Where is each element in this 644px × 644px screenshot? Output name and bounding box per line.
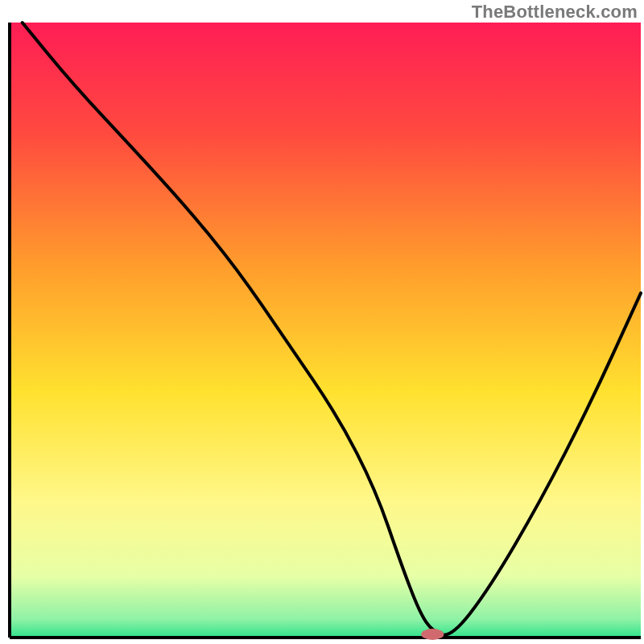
- gradient-background: [10, 23, 641, 638]
- bottleneck-plot: [0, 0, 644, 644]
- watermark-text: TheBottleneck.com: [472, 2, 638, 23]
- chart-container: TheBottleneck.com: [0, 0, 644, 644]
- optimal-marker: [421, 629, 444, 640]
